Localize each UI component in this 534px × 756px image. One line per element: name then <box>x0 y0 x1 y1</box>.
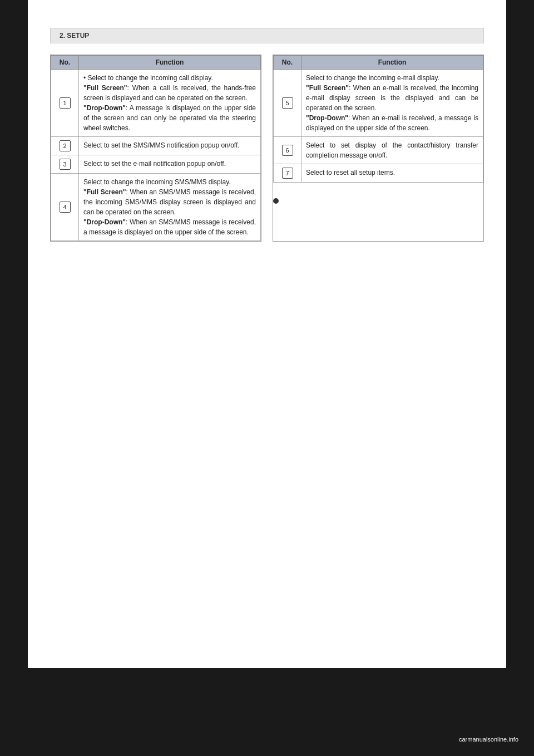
table-row: 3 Select to set the e-mail notification … <box>51 155 261 174</box>
row-2-function: Select to set the SMS/MMS notification p… <box>79 137 261 155</box>
table-row: 2 Select to set the SMS/MMS notification… <box>51 137 261 155</box>
row-1-function: • Select to change the incoming call dis… <box>79 70 261 137</box>
watermark-text: carmanualsonline.info <box>459 736 518 743</box>
row-4-function: Select to change the incoming SMS/MMS di… <box>79 174 261 241</box>
right-table-function-header: Function <box>301 56 483 70</box>
table-row: 7 Select to reset all setup items. <box>274 164 483 183</box>
table-row: 1 • Select to change the incoming call d… <box>51 70 261 137</box>
row-3-function: Select to set the e-mail notification po… <box>79 155 261 174</box>
row-2-no: 2 <box>51 137 79 155</box>
row-1-no: 1 <box>51 70 79 137</box>
number-box-5: 5 <box>282 97 293 109</box>
note-area <box>273 192 483 205</box>
number-box-1: 1 <box>60 97 71 109</box>
row-7-no: 7 <box>274 164 301 183</box>
number-box-3: 3 <box>60 159 71 170</box>
row-5-function: Select to change the incoming e-mail dis… <box>301 70 483 137</box>
right-table-container: No. Function 5 Select to change the inco… <box>273 55 484 242</box>
row-4-no: 4 <box>51 174 79 241</box>
note-dot-icon <box>273 198 279 204</box>
right-table: No. Function 5 Select to change the inco… <box>273 55 483 183</box>
number-box-4: 4 <box>60 202 71 213</box>
watermark: carmanualsonline.info <box>454 734 523 745</box>
number-box-7: 7 <box>282 168 293 179</box>
table-row: 4 Select to change the incoming SMS/MMS … <box>51 174 261 241</box>
left-table-no-header: No. <box>51 56 79 70</box>
content-area: No. Function 1 • Select to change the in… <box>28 55 506 242</box>
left-table-container: No. Function 1 • Select to change the in… <box>50 55 261 242</box>
row-5-no: 5 <box>274 70 301 137</box>
row-6-no: 6 <box>274 137 301 164</box>
right-table-no-header: No. <box>274 56 301 70</box>
number-box-2: 2 <box>60 140 71 151</box>
row-6-function: Select to set display of the contact/his… <box>301 137 483 164</box>
row-7-function: Select to reset all setup items. <box>301 164 483 183</box>
page-background: 2. SETUP No. Function 1 <box>28 0 506 668</box>
row-3-no: 3 <box>51 155 79 174</box>
left-table-function-header: Function <box>79 56 261 70</box>
left-table: No. Function 1 • Select to change the in… <box>51 55 261 241</box>
table-row: 5 Select to change the incoming e-mail d… <box>274 70 483 137</box>
section-header: 2. SETUP <box>50 28 484 43</box>
number-box-6: 6 <box>282 145 293 156</box>
table-row: 6 Select to set display of the contact/h… <box>274 137 483 164</box>
section-label: 2. SETUP <box>60 32 89 40</box>
